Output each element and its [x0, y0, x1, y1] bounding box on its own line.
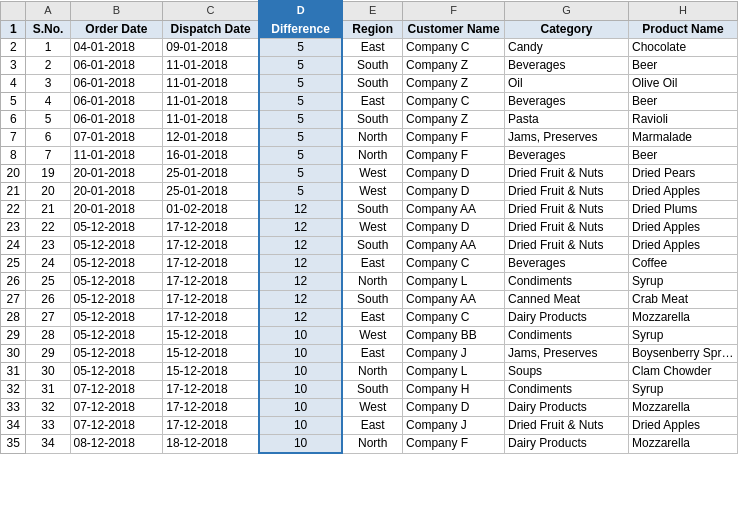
cell-d[interactable]: 10	[259, 417, 342, 435]
cell-c[interactable]: 17-12-2018	[163, 237, 259, 255]
cell-c[interactable]: 09-01-2018	[163, 39, 259, 57]
cell-e[interactable]: South	[342, 381, 402, 399]
col-header-c[interactable]: C	[163, 1, 259, 20]
cell-h[interactable]: Dried Plums	[629, 201, 738, 219]
cell-c[interactable]: 11-01-2018	[163, 93, 259, 111]
cell-d[interactable]: 12	[259, 309, 342, 327]
cell-b[interactable]: 05-12-2018	[70, 273, 163, 291]
cell-e[interactable]: East	[342, 417, 402, 435]
cell-d[interactable]: 10	[259, 435, 342, 454]
cell-f[interactable]: Company AA	[403, 237, 505, 255]
cell-g[interactable]: Condiments	[505, 327, 629, 345]
cell-d[interactable]: 10	[259, 345, 342, 363]
cell-e[interactable]: East	[342, 345, 402, 363]
cell-f[interactable]: Company H	[403, 381, 505, 399]
cell-h[interactable]: Mozzarella	[629, 309, 738, 327]
cell-h[interactable]: Dried Apples	[629, 183, 738, 201]
cell-a[interactable]: 25	[26, 273, 70, 291]
cell-g[interactable]: Dried Fruit & Nuts	[505, 237, 629, 255]
cell-h[interactable]: Ravioli	[629, 111, 738, 129]
cell-e[interactable]: South	[342, 291, 402, 309]
cell-d[interactable]: 5	[259, 183, 342, 201]
cell-f[interactable]: Company D	[403, 183, 505, 201]
cell-f[interactable]: Company F	[403, 129, 505, 147]
col-header-a[interactable]: A	[26, 1, 70, 20]
cell-g[interactable]: Dairy Products	[505, 435, 629, 454]
cell-h[interactable]: Syrup	[629, 273, 738, 291]
cell-g[interactable]: Dried Fruit & Nuts	[505, 183, 629, 201]
cell-e[interactable]: North	[342, 435, 402, 454]
cell-b[interactable]: 07-12-2018	[70, 417, 163, 435]
cell-f[interactable]: Company D	[403, 165, 505, 183]
cell-f[interactable]: Company L	[403, 273, 505, 291]
col-header-d[interactable]: D	[259, 1, 342, 20]
cell-b[interactable]: 11-01-2018	[70, 147, 163, 165]
cell-g[interactable]: Dried Fruit & Nuts	[505, 201, 629, 219]
cell-e[interactable]: South	[342, 111, 402, 129]
cell-d[interactable]: 5	[259, 129, 342, 147]
cell-b[interactable]: 05-12-2018	[70, 237, 163, 255]
cell-b[interactable]: 05-12-2018	[70, 345, 163, 363]
cell-d[interactable]: 5	[259, 111, 342, 129]
cell-a[interactable]: 30	[26, 363, 70, 381]
cell-g[interactable]: Candy	[505, 39, 629, 57]
cell-h[interactable]: Syrup	[629, 381, 738, 399]
cell-e[interactable]: West	[342, 219, 402, 237]
cell-g[interactable]: Beverages	[505, 255, 629, 273]
cell-h[interactable]: Mozzarella	[629, 399, 738, 417]
cell-e[interactable]: South	[342, 201, 402, 219]
cell-h[interactable]: Dried Apples	[629, 417, 738, 435]
cell-b[interactable]: 05-12-2018	[70, 255, 163, 273]
cell-c[interactable]: 15-12-2018	[163, 363, 259, 381]
cell-h[interactable]: Coffee	[629, 255, 738, 273]
cell-b[interactable]: 07-01-2018	[70, 129, 163, 147]
cell-a[interactable]: 22	[26, 219, 70, 237]
cell-c[interactable]: 12-01-2018	[163, 129, 259, 147]
cell-c[interactable]: 17-12-2018	[163, 417, 259, 435]
cell-a[interactable]: 3	[26, 75, 70, 93]
cell-c[interactable]: 25-01-2018	[163, 183, 259, 201]
cell-d[interactable]: 10	[259, 363, 342, 381]
cell-h[interactable]: Mozzarella	[629, 435, 738, 454]
cell-d[interactable]: 5	[259, 57, 342, 75]
cell-c[interactable]: 15-12-2018	[163, 327, 259, 345]
cell-f[interactable]: Company Z	[403, 57, 505, 75]
cell-f[interactable]: Company C	[403, 93, 505, 111]
cell-f[interactable]: Company C	[403, 39, 505, 57]
cell-a[interactable]: 5	[26, 111, 70, 129]
cell-e[interactable]: North	[342, 273, 402, 291]
cell-a[interactable]: 1	[26, 39, 70, 57]
cell-g[interactable]: Dried Fruit & Nuts	[505, 165, 629, 183]
cell-b[interactable]: 04-01-2018	[70, 39, 163, 57]
cell-c[interactable]: 11-01-2018	[163, 111, 259, 129]
cell-g[interactable]: Dairy Products	[505, 399, 629, 417]
cell-e[interactable]: East	[342, 39, 402, 57]
col-header-g[interactable]: G	[505, 1, 629, 20]
cell-a[interactable]: 29	[26, 345, 70, 363]
cell-h[interactable]: Crab Meat	[629, 291, 738, 309]
cell-f[interactable]: Company F	[403, 147, 505, 165]
cell-a[interactable]: 21	[26, 201, 70, 219]
cell-b[interactable]: 20-01-2018	[70, 201, 163, 219]
cell-f[interactable]: Company Z	[403, 111, 505, 129]
cell-a[interactable]: 26	[26, 291, 70, 309]
col-header-h[interactable]: H	[629, 1, 738, 20]
cell-e[interactable]: West	[342, 399, 402, 417]
cell-f[interactable]: Company Z	[403, 75, 505, 93]
cell-e[interactable]: South	[342, 75, 402, 93]
cell-g[interactable]: Dried Fruit & Nuts	[505, 219, 629, 237]
cell-g[interactable]: Dairy Products	[505, 309, 629, 327]
cell-g[interactable]: Soups	[505, 363, 629, 381]
cell-b[interactable]: 06-01-2018	[70, 57, 163, 75]
cell-e[interactable]: South	[342, 237, 402, 255]
cell-h[interactable]: Beer	[629, 147, 738, 165]
cell-d[interactable]: 12	[259, 219, 342, 237]
cell-g[interactable]: Jams, Preserves	[505, 129, 629, 147]
cell-d[interactable]: 5	[259, 165, 342, 183]
cell-g[interactable]: Beverages	[505, 93, 629, 111]
cell-d[interactable]: 12	[259, 201, 342, 219]
cell-f[interactable]: Company AA	[403, 291, 505, 309]
cell-a[interactable]: 4	[26, 93, 70, 111]
cell-c[interactable]: 15-12-2018	[163, 345, 259, 363]
cell-d[interactable]: 12	[259, 255, 342, 273]
